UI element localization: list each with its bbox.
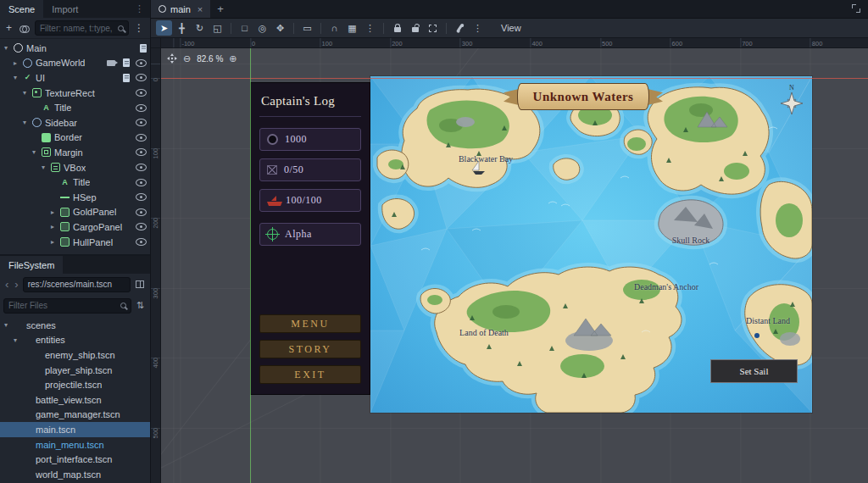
file-filter-input[interactable] (8, 301, 118, 310)
file-entities[interactable]: ▾entities (0, 333, 150, 348)
smart-snap-tool[interactable]: ∩ (326, 20, 342, 36)
script-icon[interactable] (140, 44, 147, 53)
lock-tool[interactable] (389, 20, 405, 36)
eye-icon[interactable] (136, 164, 147, 171)
eye-icon[interactable] (136, 74, 147, 81)
file-game-manager-tscn[interactable]: game_manager.tscn (0, 408, 150, 423)
chevron-icon[interactable]: ▾ (30, 148, 38, 156)
scene-node-ui[interactable]: ▾✓UI (0, 70, 150, 86)
chevron-icon[interactable]: ▸ (48, 238, 57, 246)
zoom-out-button[interactable]: ⊖ (183, 54, 191, 64)
scene-node-hullpanel[interactable]: ▸HullPanel (0, 235, 150, 250)
add-node-button[interactable]: + (3, 22, 14, 34)
viewport-canvas[interactable]: ⊖ 82.6 % ⊕ Captain's Log 10000/50100/100… (161, 48, 868, 483)
scene-node-hsep[interactable]: HSep (0, 190, 150, 205)
file-projectile-tscn[interactable]: projectile.tscn (0, 377, 150, 392)
skeleton-tool[interactable] (452, 20, 468, 36)
filesystem-title[interactable]: FileSystem (0, 256, 63, 274)
eye-icon[interactable] (136, 179, 147, 186)
dock-menu-icon[interactable]: ⋮ (129, 3, 150, 14)
scene-filter-input[interactable] (40, 24, 115, 33)
eye-icon[interactable] (136, 208, 147, 216)
exit-button[interactable]: EXIT (259, 365, 361, 384)
pivot-tool[interactable]: ◎ (254, 20, 270, 36)
eye-icon[interactable] (136, 148, 147, 156)
scene-node-vbox[interactable]: ▾VBox (0, 160, 150, 175)
scene-node-cargopanel[interactable]: ▸CargoPanel (0, 219, 150, 235)
rotate-tool[interactable]: ↻ (192, 20, 208, 36)
sort-files-button[interactable]: ⇅ (134, 300, 147, 311)
chevron-icon[interactable]: ▸ (48, 223, 57, 230)
scale-tool[interactable]: ◱ (209, 20, 225, 36)
script-icon[interactable] (123, 58, 130, 67)
distraction-free-button[interactable] (844, 4, 868, 14)
pan-view-icon[interactable] (167, 53, 177, 64)
history-forward-icon[interactable]: › (13, 279, 19, 290)
eye-icon[interactable] (136, 193, 147, 201)
history-back-icon[interactable]: ‹ (3, 279, 10, 290)
set-sail-button[interactable]: Set Sail (710, 359, 798, 383)
eye-icon[interactable] (136, 104, 147, 112)
scene-node-gameworld[interactable]: ▸GameWorld (0, 56, 150, 71)
file-main-menu-tscn[interactable]: main_menu.tscn (0, 437, 150, 452)
dock-tab-import[interactable]: Import (43, 0, 86, 18)
scene-tree-menu-button[interactable]: ⋮ (131, 22, 147, 34)
chevron-icon[interactable]: ▸ (11, 59, 19, 67)
eye-icon[interactable] (136, 223, 147, 230)
chevron-icon[interactable]: ▸ (48, 208, 57, 216)
zoom-level[interactable]: 82.6 % (197, 54, 223, 64)
group-tool[interactable] (425, 20, 441, 36)
file-main-tscn[interactable]: main.tscn (0, 422, 150, 437)
pan-tool[interactable]: ✥ (272, 20, 288, 36)
move-tool[interactable]: ╋ (174, 20, 190, 36)
eye-icon[interactable] (136, 134, 147, 142)
chevron-icon[interactable]: ▾ (39, 164, 47, 171)
ruler-tool[interactable]: ▭ (299, 20, 315, 36)
current-path[interactable]: res://scenes/main.tscn (23, 277, 131, 292)
cargo-icon (267, 165, 277, 175)
list-select-tool[interactable]: □ (236, 20, 253, 36)
file-port-interface-tscn[interactable]: port_interface.tscn (0, 452, 150, 467)
scene-node-border[interactable]: Border (0, 130, 150, 146)
chevron-icon[interactable]: ▾ (2, 321, 10, 329)
view-menu[interactable]: View (494, 23, 528, 33)
camera-icon[interactable] (107, 60, 115, 66)
split-view-button[interactable] (133, 279, 147, 291)
eye-icon[interactable] (136, 238, 147, 246)
scene-node-main[interactable]: ▾Main (0, 41, 150, 56)
menu-button[interactable]: MENU (259, 314, 361, 333)
scene-icon (23, 455, 32, 464)
scene-node-texturerect[interactable]: ▾TextureRect (0, 86, 150, 101)
file-enemy-ship-tscn[interactable]: enemy_ship.tscn (0, 347, 150, 363)
chevron-icon[interactable]: ▾ (2, 44, 10, 52)
instance-scene-button[interactable] (17, 22, 32, 34)
skeleton-options-tool[interactable]: ⋮ (470, 20, 486, 36)
eye-icon[interactable] (136, 89, 147, 97)
snap-options-tool[interactable]: ⋮ (362, 20, 378, 36)
scene-node-goldpanel[interactable]: ▸GoldPanel (0, 205, 150, 220)
new-scene-tab-button[interactable]: + (210, 3, 231, 15)
chevron-icon[interactable]: ▾ (11, 74, 19, 81)
scene-tab-main[interactable]: main × (151, 0, 210, 18)
scene-node-margin[interactable]: ▾Margin (0, 145, 150, 160)
dock-tab-scene[interactable]: Scene (0, 0, 43, 18)
eye-icon[interactable] (136, 119, 147, 126)
select-tool[interactable]: ➤ (156, 20, 172, 36)
chevron-icon[interactable]: ▾ (20, 119, 29, 126)
chevron-icon[interactable]: ▾ (20, 89, 29, 97)
scene-node-title[interactable]: ATitle (0, 100, 150, 115)
unlock-tool[interactable] (407, 20, 423, 36)
close-tab-icon[interactable]: × (198, 4, 203, 14)
chevron-icon[interactable]: ▾ (11, 336, 19, 344)
file-player-ship-tscn[interactable]: player_ship.tscn (0, 363, 150, 378)
scene-node-sidebar[interactable]: ▾Sidebar (0, 115, 150, 130)
eye-icon[interactable] (136, 59, 147, 67)
zoom-in-button[interactable]: ⊕ (229, 54, 236, 64)
story-button[interactable]: STORY (259, 340, 361, 358)
file-scenes[interactable]: ▾scenes (0, 318, 150, 333)
scene-node-title[interactable]: ATitle (0, 175, 150, 190)
grid-snap-tool[interactable]: ▦ (344, 20, 360, 36)
file-battle-view-tscn[interactable]: battle_view.tscn (0, 392, 150, 408)
script-icon[interactable] (123, 74, 130, 82)
file-world-map-tscn[interactable]: world_map.tscn (0, 467, 150, 482)
